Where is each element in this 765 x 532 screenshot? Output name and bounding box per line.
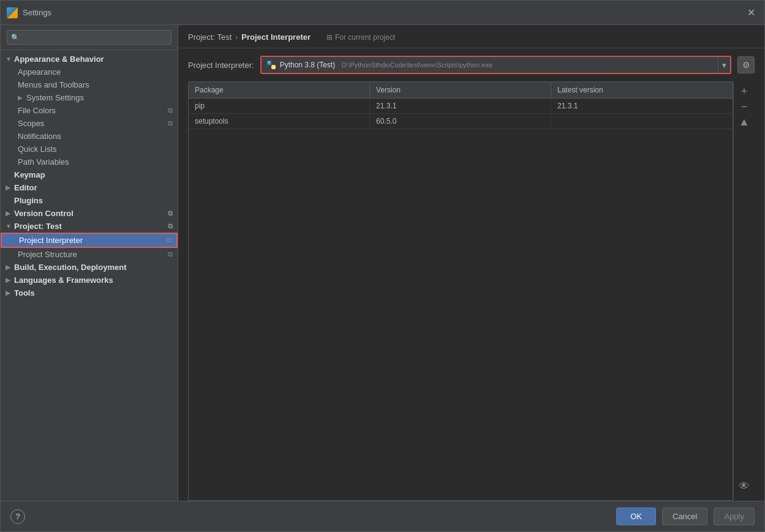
sidebar-item-label: Appearance & Behavior (14, 54, 104, 64)
bottom-bar: ? OK Cancel Apply (1, 501, 764, 531)
arrow-icon (6, 56, 14, 62)
col-package: Package (189, 82, 370, 98)
cell-package: setuptools (189, 114, 370, 129)
main-content: 🔍 Appearance & Behavior Appearance Menus… (1, 25, 764, 501)
sidebar-item-languages-frameworks[interactable]: Languages & Frameworks (1, 274, 178, 287)
project-icon: ⊞ (326, 33, 333, 42)
close-button[interactable]: ✕ (744, 6, 758, 20)
sidebar-item-label: System Settings (26, 93, 84, 102)
sidebar-item-label: Languages & Frameworks (14, 275, 113, 285)
cell-latest (551, 114, 733, 129)
sidebar-item-scopes[interactable]: Scopes ⧉ (1, 117, 178, 130)
sidebar-item-menus-toolbars[interactable]: Menus and Toolbars (1, 78, 178, 91)
python-icon (266, 60, 276, 70)
sidebar-item-label: Quick Lists (18, 144, 57, 154)
copy-icon: ⧉ (168, 250, 173, 258)
sidebar-item-label: Scopes (18, 119, 44, 128)
copy-icon: ⧉ (167, 236, 171, 244)
panel-header: Project: Test › Project Interpreter ⊞ Fo… (178, 25, 764, 48)
interpreter-row: Project Interpreter: Python 3.8 (Test) D… (178, 48, 764, 81)
sidebar-item-project-structure[interactable]: Project Structure ⧉ (1, 248, 178, 261)
sidebar-item-path-variables[interactable]: Path Variables (1, 155, 178, 168)
sidebar-item-editor[interactable]: Editor (1, 181, 178, 194)
packages-table: Package Version Latest version pip 21.3.… (188, 81, 733, 501)
window-title: Settings (23, 8, 51, 17)
settings-window: Settings ✕ 🔍 Appearance & Behavior Appea… (0, 0, 765, 532)
sidebar-item-label: Project Interpreter (19, 236, 83, 245)
sidebar-item-build-execution[interactable]: Build, Execution, Deployment (1, 261, 178, 274)
nav-tree: Appearance & Behavior Appearance Menus a… (1, 50, 178, 501)
titlebar: Settings ✕ (1, 1, 764, 25)
cell-version: 60.5.0 (370, 114, 551, 129)
sidebar-item-appearance-behavior[interactable]: Appearance & Behavior (1, 53, 178, 66)
breadcrumb-start: Project: Test (188, 32, 232, 42)
table-row[interactable]: pip 21.3.1 21.3.1 (189, 99, 733, 114)
right-panel: Project: Test › Project Interpreter ⊞ Fo… (178, 25, 764, 501)
breadcrumb-end: Project Interpreter (241, 32, 311, 42)
scroll-up-button[interactable]: ▲ (736, 114, 752, 129)
sidebar-item-label: Project: Test (14, 222, 62, 231)
interpreter-dropdown[interactable]: Python 3.8 (Test) D:\PythonSthdioCode\te… (262, 57, 718, 73)
breadcrumb-separator: › (235, 33, 238, 42)
sidebar-item-label: Project Structure (18, 250, 77, 259)
sidebar-item-tools[interactable]: Tools (1, 287, 178, 299)
sidebar-item-project-test[interactable]: Project: Test ⧉ (1, 220, 178, 233)
for-current-project: ⊞ For current project (326, 33, 395, 42)
table-row[interactable]: setuptools 60.5.0 (189, 114, 733, 129)
sidebar-item-system-settings[interactable]: System Settings (1, 91, 178, 104)
copy-icon: ⧉ (168, 222, 173, 230)
add-package-button[interactable]: + (739, 84, 750, 99)
ok-button[interactable]: OK (616, 508, 656, 525)
copy-icon: ⧉ (168, 119, 173, 127)
copy-icon: ⧉ (168, 209, 173, 217)
cancel-button[interactable]: Cancel (662, 508, 707, 525)
cell-package: pip (189, 99, 370, 113)
arrow-icon (6, 184, 14, 191)
arrow-icon (6, 290, 14, 296)
sidebar-item-appearance[interactable]: Appearance (1, 66, 178, 78)
arrow-icon (6, 264, 14, 271)
sidebar-item-label: Tools (14, 288, 35, 298)
col-latest-version: Latest version (551, 82, 733, 98)
search-wrapper: 🔍 (7, 30, 171, 45)
remove-package-button[interactable]: − (739, 99, 750, 114)
arrow-icon (6, 223, 14, 230)
sidebar-item-keymap[interactable]: Keymap (1, 168, 178, 181)
table-body: pip 21.3.1 21.3.1 setuptools 60.5.0 (189, 99, 733, 500)
sidebar-item-label: Path Variables (18, 157, 69, 167)
interpreter-name: Python 3.8 (Test) (280, 61, 336, 69)
apply-button[interactable]: Apply (714, 508, 755, 525)
help-button[interactable]: ? (10, 509, 25, 524)
copy-icon: ⧉ (168, 107, 173, 114)
search-icon: 🔍 (11, 34, 20, 42)
table-with-actions: Package Version Latest version pip 21.3.… (188, 81, 755, 501)
sidebar: 🔍 Appearance & Behavior Appearance Menus… (1, 25, 178, 501)
sidebar-item-plugins[interactable]: Plugins (1, 194, 178, 207)
interpreter-label: Project Interpreter: (188, 61, 254, 70)
show-options-button[interactable]: 👁 (736, 479, 752, 493)
search-bar: 🔍 (1, 25, 178, 50)
sidebar-item-label: Editor (14, 183, 37, 192)
col-version: Version (370, 82, 551, 98)
table-side-actions: + − ▲ 👁 (733, 81, 755, 501)
search-input[interactable] (7, 30, 171, 45)
sidebar-item-quick-lists[interactable]: Quick Lists (1, 143, 178, 155)
sidebar-item-label: Appearance (18, 67, 61, 77)
table-area: Package Version Latest version pip 21.3.… (178, 81, 764, 501)
sidebar-item-label: File Colors (18, 106, 56, 115)
arrow-icon (6, 277, 14, 283)
app-icon (7, 7, 18, 18)
cell-version: 21.3.1 (370, 99, 551, 113)
interpreter-path: D:\PythonSthdioCode\test\venv\Scripts\py… (341, 61, 492, 69)
svg-point-3 (273, 67, 274, 68)
dropdown-arrow-button[interactable]: ▾ (718, 57, 730, 73)
arrow-icon (18, 94, 26, 101)
cell-latest: 21.3.1 (551, 99, 733, 113)
sidebar-item-label: Keymap (14, 170, 45, 179)
sidebar-item-project-interpreter[interactable]: Project Interpreter ⧉ (1, 233, 178, 248)
sidebar-item-notifications[interactable]: Notifications (1, 130, 178, 143)
gear-button[interactable]: ⚙ (737, 56, 755, 73)
sidebar-item-label: Version Control (14, 209, 73, 218)
sidebar-item-version-control[interactable]: Version Control ⧉ (1, 207, 178, 220)
sidebar-item-file-colors[interactable]: File Colors ⧉ (1, 104, 178, 117)
